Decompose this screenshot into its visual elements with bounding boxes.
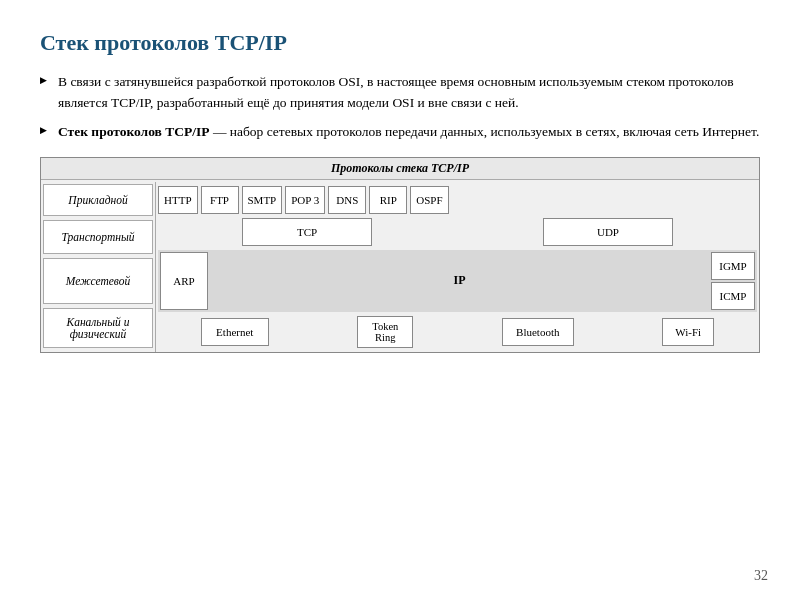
layers-column: Прикладной Транспортный Межсетевой Канал… (41, 182, 156, 352)
proto-wifi: Wi-Fi (662, 318, 714, 346)
network-row: ARP IP IGMP ICMP (158, 250, 757, 312)
tcp-ip-diagram: Протоколы стека TCP/IP Прикладной Трансп… (40, 157, 760, 353)
proto-arp: ARP (160, 252, 208, 310)
protocols-column: HTTP FTP SMTP POP 3 DNS RIP OSPF TCP UDP… (156, 182, 759, 352)
proto-smtp: SMTP (242, 186, 283, 214)
proto-token-ring: TokenRing (357, 316, 413, 348)
proto-ftp: FTP (201, 186, 239, 214)
proto-icmp: ICMP (711, 282, 755, 310)
layer-physical: Канальный и физический (43, 308, 153, 348)
transport-row: TCP UDP (158, 218, 757, 246)
page-number: 32 (754, 568, 768, 584)
proto-dns: DNS (328, 186, 366, 214)
application-row: HTTP FTP SMTP POP 3 DNS RIP OSPF (158, 186, 757, 214)
physical-row: Ethernet TokenRing Bluetooth Wi-Fi (158, 316, 757, 348)
proto-bluetooth: Bluetooth (502, 318, 574, 346)
igmp-icmp-group: IGMP ICMP (711, 252, 755, 310)
layer-application: Прикладной (43, 184, 153, 216)
bullet-list: В связи с затянувшейся разработкой прото… (40, 72, 760, 143)
proto-ethernet: Ethernet (201, 318, 269, 346)
bullet-item-1: В связи с затянувшейся разработкой прото… (40, 72, 760, 114)
layer-transport: Транспортный (43, 220, 153, 254)
layer-network: Межсетевой (43, 258, 153, 304)
proto-rip: RIP (369, 186, 407, 214)
proto-udp: UDP (543, 218, 673, 246)
proto-igmp: IGMP (711, 252, 755, 280)
page-title: Стек протоколов TCP/IP (40, 30, 760, 56)
proto-pop3: POP 3 (285, 186, 325, 214)
proto-ip: IP (211, 252, 708, 310)
proto-tcp: TCP (242, 218, 372, 246)
proto-ospf: OSPF (410, 186, 448, 214)
diagram-title: Протоколы стека TCP/IP (41, 158, 759, 180)
proto-http: HTTP (158, 186, 198, 214)
bullet-item-2: Стек протоколов TCP/IP — набор сетевых п… (40, 122, 760, 143)
